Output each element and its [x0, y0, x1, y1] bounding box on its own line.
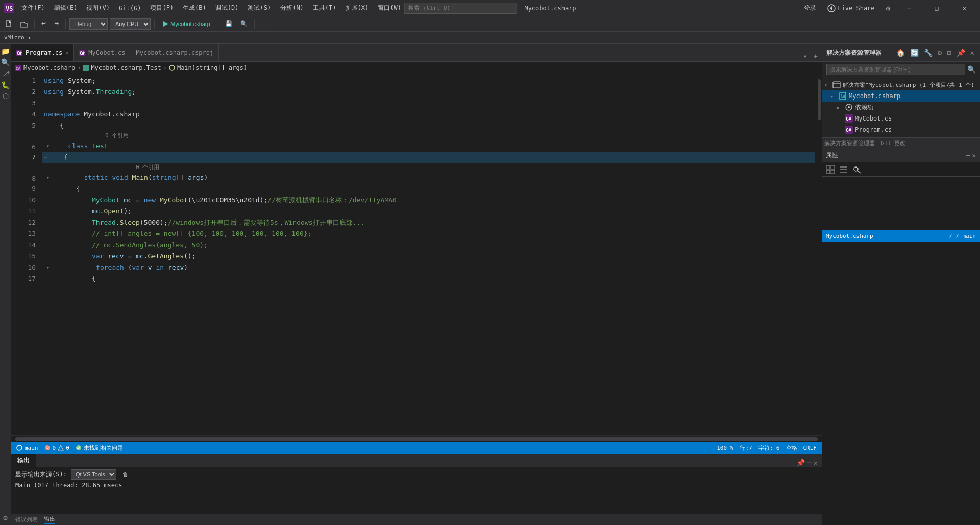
- live-share-button[interactable]: Live Share: [823, 4, 878, 12]
- se-filter-btn[interactable]: 🔧: [922, 47, 934, 58]
- title-bar-right: 登录 Live Share ⚙ ─ □ ✕: [801, 0, 976, 16]
- search-box[interactable]: 搜索 (Ctrl+Q): [404, 3, 516, 14]
- menu-file[interactable]: 文件(F): [17, 2, 49, 14]
- status-git[interactable]: main: [13, 445, 41, 451]
- se-close-btn[interactable]: ✕: [969, 47, 976, 58]
- menu-test[interactable]: 测试(S): [243, 2, 275, 14]
- kw-static: static: [84, 172, 108, 183]
- tab-program-cs[interactable]: C# Program.cs ✕: [11, 44, 74, 61]
- error-list-tab[interactable]: 错误列表: [15, 516, 38, 523]
- vmicro-dropdown[interactable]: vMicro ▾: [2, 34, 33, 41]
- status-cursor-row[interactable]: 行:7: [737, 444, 755, 452]
- menu-analyze[interactable]: 分析(N): [276, 2, 308, 14]
- project-icon: C#: [839, 92, 847, 100]
- close-button[interactable]: ✕: [952, 0, 976, 16]
- debug-config-select[interactable]: Debug Release: [69, 18, 108, 30]
- activity-settings[interactable]: ⚙: [1, 513, 11, 523]
- status-cursor-col[interactable]: 字符: 6: [755, 444, 783, 452]
- toolbar-extra-1[interactable]: ⋮: [258, 19, 270, 28]
- panel-tab-output[interactable]: 输出: [11, 454, 36, 467]
- settings-icon[interactable]: ⚙: [883, 4, 893, 12]
- breadcrumb-class[interactable]: Mycobot.csharp.Test: [91, 64, 161, 71]
- tab-collapse-btn[interactable]: ▾: [801, 51, 809, 61]
- tree-solution[interactable]: ▾ 解决方案"Mycobot.csharp"(1 个项目/共 1 个): [822, 79, 980, 90]
- collapse-8[interactable]: ▾: [44, 172, 52, 183]
- tree-project[interactable]: ▾ C# Mycobot.csharp: [822, 90, 980, 102]
- minimize-button[interactable]: ─: [897, 0, 921, 16]
- open-file-button[interactable]: [17, 19, 31, 29]
- output-source-select[interactable]: Qt VS Tools: [71, 469, 116, 480]
- menu-extensions[interactable]: 扩展(X): [341, 2, 373, 14]
- menu-edit[interactable]: 编辑(E): [50, 2, 82, 14]
- se-link-git[interactable]: Git 更改: [881, 139, 906, 147]
- horizontal-scrollbar[interactable]: [15, 437, 818, 441]
- deps-expand-icon[interactable]: ▶: [837, 105, 843, 110]
- menu-view[interactable]: 视图(V): [82, 2, 114, 14]
- project-expand-icon[interactable]: ▾: [830, 93, 837, 99]
- status-errors[interactable]: ✕ 0 0: [41, 445, 72, 451]
- se-link-explorer[interactable]: 解决方案资源管理器: [824, 139, 875, 147]
- panel-pin-btn[interactable]: 📌: [796, 459, 805, 467]
- se-bottom: 解决方案资源管理器 Git 更改: [822, 137, 980, 149]
- status-encoding[interactable]: CRLF: [800, 445, 820, 451]
- var-recv-16: recv: [168, 262, 184, 273]
- panel-minimize-btn[interactable]: ─: [807, 459, 811, 467]
- login-button[interactable]: 登录: [801, 4, 819, 12]
- activity-git[interactable]: ⎇: [1, 68, 11, 79]
- undo-button[interactable]: ↩: [38, 19, 49, 28]
- collapse-6[interactable]: ▾: [44, 140, 52, 152]
- solution-expand-icon[interactable]: ▾: [824, 82, 830, 88]
- menu-tools[interactable]: 工具(T): [309, 2, 340, 14]
- code-content[interactable]: using System; using System.Threading; na…: [42, 74, 815, 435]
- menu-project[interactable]: 项目(P): [146, 2, 178, 14]
- status-zoom[interactable]: 100 %: [714, 445, 737, 451]
- menu-git[interactable]: Git(G): [115, 3, 145, 14]
- search-button[interactable]: 🔍: [237, 19, 251, 28]
- svg-text:C#: C#: [841, 94, 846, 99]
- pp-grid-icon[interactable]: [826, 165, 835, 174]
- se-expand-btn[interactable]: ⊞: [945, 47, 952, 58]
- menu-debug[interactable]: 调试(D): [211, 2, 243, 14]
- maximize-button[interactable]: □: [925, 0, 948, 16]
- tree-dependencies[interactable]: ▶ 依赖项: [822, 102, 980, 113]
- breadcrumb-file[interactable]: Mycobot.csharp: [23, 64, 75, 71]
- status-no-issues[interactable]: 未找到相关问题: [72, 444, 126, 452]
- collapse-16[interactable]: ▾: [44, 262, 52, 273]
- panel-tab-list: 输出: [11, 454, 36, 467]
- pp-list-icon[interactable]: [839, 165, 848, 174]
- tab-new-btn[interactable]: +: [812, 51, 820, 61]
- activity-explorer[interactable]: 📁: [1, 46, 11, 56]
- se-pin-btn[interactable]: 📌: [955, 47, 967, 58]
- status-spaces[interactable]: 空格: [783, 444, 800, 452]
- run-button[interactable]: Mycobot.csharp: [158, 20, 214, 28]
- panel-close-btn[interactable]: ✕: [814, 459, 818, 467]
- redo-button[interactable]: ↪: [51, 19, 62, 28]
- activity-extensions[interactable]: ⬡: [1, 91, 11, 101]
- project-label: Mycobot.csharp: [849, 92, 900, 100]
- pp-minimize-btn[interactable]: ─: [966, 152, 970, 159]
- pp-close-btn[interactable]: ✕: [972, 152, 976, 159]
- pp-key-icon[interactable]: [852, 165, 862, 174]
- activity-debug[interactable]: 🐛: [1, 80, 11, 90]
- activity-search[interactable]: 🔍: [1, 57, 11, 67]
- breadcrumb-method[interactable]: Main(string[] args): [177, 64, 247, 71]
- save-button[interactable]: 💾: [222, 19, 235, 28]
- se-sync-btn[interactable]: 🔄: [909, 47, 920, 58]
- tab-mycobot-cs[interactable]: C# MyCobot.cs: [74, 44, 131, 61]
- breadcrumb-class-icon: [83, 65, 89, 71]
- menu-build[interactable]: 生成(B): [179, 2, 210, 14]
- se-home-btn[interactable]: 🏠: [895, 47, 906, 58]
- tree-program-cs[interactable]: C# Program.cs: [822, 124, 980, 135]
- editor-scrollbar[interactable]: [815, 74, 822, 435]
- se-settings-btn[interactable]: ⚙: [936, 47, 943, 58]
- tab-csproj[interactable]: Mycobot.csharp.csproj: [131, 44, 219, 61]
- new-file-button[interactable]: [2, 19, 15, 29]
- output-tab-bottom[interactable]: 输出: [44, 515, 55, 524]
- scrollbar-thumb[interactable]: [818, 79, 821, 120]
- tree-mycobot-cs[interactable]: C# MyCobot.cs: [822, 113, 980, 124]
- platform-select[interactable]: Any CPU: [110, 18, 151, 30]
- tab-program-cs-close[interactable]: ✕: [65, 50, 68, 56]
- se-search-input[interactable]: [826, 64, 965, 75]
- output-clear-btn[interactable]: 🗑: [120, 471, 130, 478]
- menu-window[interactable]: 窗口(W): [374, 2, 405, 14]
